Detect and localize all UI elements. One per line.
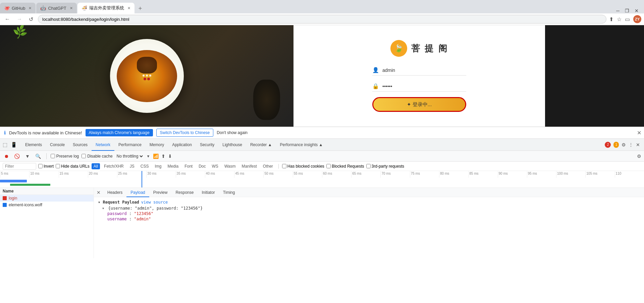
has-blocked-cookies-checkbox[interactable] [282, 164, 286, 168]
password-input[interactable] [382, 84, 466, 89]
tree-expand-icon[interactable]: ▾ [102, 206, 104, 211]
address-bar[interactable] [38, 15, 606, 24]
filter-type-other[interactable]: Other [261, 163, 275, 169]
close-devtools-icon[interactable]: ✕ [636, 142, 640, 147]
tab-recorder[interactable]: Recorder ▲ [246, 139, 276, 151]
record-btn[interactable]: ⏺ [3, 153, 10, 160]
dont-show-btn[interactable]: Don't show again [217, 130, 248, 135]
tab-chatgpt[interactable]: 🤖 ChatGPT ✕ [36, 3, 76, 13]
download-icon[interactable]: ⬇ [168, 154, 172, 159]
tick-60ms: 60 ms [322, 171, 351, 178]
tab-network[interactable]: Network [92, 139, 114, 151]
detail-tabs: ✕ Headers Payload Preview Response Initi… [94, 188, 644, 197]
filter-input[interactable] [3, 163, 36, 170]
login-button[interactable]: ✦ 登录中... [372, 97, 466, 112]
file-item-element-icons[interactable]: element-icons.woff [0, 202, 94, 208]
tab-sources[interactable]: Sources [69, 139, 92, 151]
devtools-notification: ℹ DevTools is now available in Chinese! … [0, 127, 644, 139]
disable-cache-label[interactable]: Disable cache [82, 154, 112, 159]
filter-type-all[interactable]: All [92, 163, 100, 169]
detail-tab-initiator[interactable]: Initiator [198, 188, 219, 197]
tab-performance[interactable]: Performance [114, 139, 146, 151]
filter-type-ws[interactable]: WS [210, 163, 220, 169]
more-icon[interactable]: ⋮ [629, 142, 633, 147]
filter-type-js[interactable]: JS [128, 163, 137, 169]
main-favicon: 🍜 [82, 5, 87, 11]
detail-tab-headers[interactable]: Headers [103, 188, 126, 197]
field-password-val: "123456" [134, 211, 153, 216]
settings-icon[interactable]: ⚙ [622, 142, 626, 147]
tab-chatgpt-close[interactable]: ✕ [70, 6, 73, 10]
view-source-link[interactable]: view source [141, 200, 168, 205]
forward-btn[interactable]: → [15, 15, 24, 24]
close-window-btn[interactable]: ✕ [635, 8, 639, 13]
throttle-select[interactable]: No throttling [115, 154, 144, 159]
tab-elements[interactable]: Elements [21, 139, 46, 151]
search-btn[interactable]: 🔍 [34, 153, 42, 160]
payload-tree: ▾ {username: "admin", password: "123456"… [102, 206, 640, 221]
upload-icon[interactable]: ⬆ [161, 154, 165, 159]
filter-type-img[interactable]: Img [153, 163, 163, 169]
detail-close-btn[interactable]: ✕ [94, 188, 103, 197]
preserve-log-label[interactable]: Preserve log [51, 154, 79, 159]
tick-5ms: 5 ms [0, 171, 29, 178]
tick-75ms: 75 ms [410, 171, 439, 178]
select-mode-icon[interactable]: ⬚ [1, 140, 9, 149]
third-party-label[interactable]: 3rd-party requests [366, 164, 404, 169]
wifi-icon[interactable]: 📶 [153, 154, 159, 159]
back-btn[interactable]: ← [3, 15, 12, 24]
tab-main-close[interactable]: ✕ [127, 6, 130, 10]
blocked-requests-checkbox[interactable] [326, 164, 331, 168]
tab-security[interactable]: Security [196, 139, 218, 151]
browser-chrome: 🐙 GitHub ✕ 🤖 ChatGPT ✕ 🍜 瑞吉外卖管理系统 ✕ ＋ ─ … [0, 0, 644, 25]
detail-tab-response[interactable]: Response [171, 188, 198, 197]
chatgpt-favicon: 🤖 [40, 5, 46, 11]
tab-perf-insights[interactable]: Performance insights ▲ [276, 139, 327, 151]
invert-label[interactable]: Invert [38, 164, 54, 169]
restore-btn[interactable]: ❐ [625, 8, 629, 13]
preserve-log-checkbox[interactable] [51, 154, 55, 158]
new-tab-btn[interactable]: ＋ [135, 3, 146, 13]
blocked-requests-label[interactable]: Blocked Requests [326, 164, 364, 169]
switch-devtools-btn[interactable]: Switch DevTools to Chinese [156, 129, 214, 137]
hide-data-urls-checkbox[interactable] [56, 164, 60, 168]
tab-console[interactable]: Console [46, 139, 69, 151]
refresh-btn[interactable]: ↺ [27, 15, 35, 24]
filter-type-doc[interactable]: Doc [197, 163, 208, 169]
tab-lighthouse[interactable]: Lighthouse [218, 139, 246, 151]
has-blocked-cookies-label[interactable]: Has blocked cookies [282, 164, 324, 169]
tab-github-close[interactable]: ✕ [29, 6, 32, 10]
bookmark-icon[interactable]: ☆ [617, 16, 622, 23]
username-input[interactable] [382, 68, 466, 73]
sidebar-icon[interactable]: ▭ [625, 16, 630, 23]
tab-memory[interactable]: Memory [146, 139, 168, 151]
filter-type-fetchxhr[interactable]: Fetch/XHR [102, 163, 126, 169]
hide-data-urls-label[interactable]: Hide data URLs [56, 164, 90, 169]
device-mode-icon[interactable]: 📱 [9, 140, 18, 149]
notification-close[interactable]: ✕ [637, 130, 641, 136]
file-item-login[interactable]: login [0, 195, 94, 202]
file-icon-red [3, 196, 7, 200]
detail-tab-timing[interactable]: Timing [219, 188, 239, 197]
disable-cache-checkbox[interactable] [82, 154, 86, 158]
dark-object [253, 80, 280, 120]
share-icon[interactable]: ⬆ [609, 16, 613, 23]
detail-tab-payload[interactable]: Payload [126, 188, 149, 197]
detail-tab-preview[interactable]: Preview [149, 188, 172, 197]
always-match-btn[interactable]: Always match Chrome's language [86, 129, 153, 136]
minimize-btn[interactable]: ─ [616, 8, 620, 13]
tab-main[interactable]: 🍜 瑞吉外卖管理系统 ✕ [77, 3, 135, 13]
filter-type-media[interactable]: Media [165, 163, 180, 169]
settings-icon-right[interactable]: ⚙ [637, 154, 641, 159]
filter-type-manifest[interactable]: Manifest [239, 163, 259, 169]
avatar[interactable]: ZY [633, 15, 641, 23]
tab-github[interactable]: 🐙 GitHub ✕ [0, 3, 36, 13]
clear-btn[interactable]: 🚫 [13, 153, 21, 160]
filter-type-wasm[interactable]: Wasm [222, 163, 238, 169]
filter-type-css[interactable]: CSS [139, 163, 151, 169]
filter-icon-btn[interactable]: ▼ [24, 153, 31, 160]
filter-type-font[interactable]: Font [182, 163, 195, 169]
third-party-checkbox[interactable] [366, 164, 371, 168]
invert-checkbox[interactable] [38, 164, 43, 168]
tab-application[interactable]: Application [168, 139, 196, 151]
